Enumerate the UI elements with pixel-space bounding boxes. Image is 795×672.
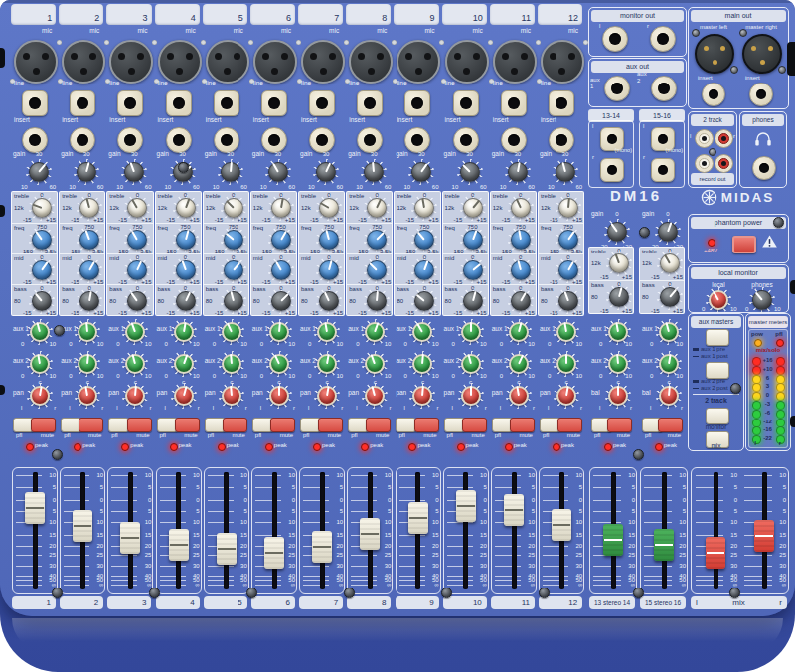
- pan-knob[interactable]: [362, 383, 388, 409]
- fader-label-box: 7: [299, 596, 343, 609]
- gain-knob[interactable]: [121, 159, 147, 185]
- peak-label: peak: [227, 442, 239, 448]
- fader-track[interactable]: [33, 472, 38, 589]
- gain-knob[interactable]: [505, 159, 531, 185]
- pan-knob[interactable]: [266, 383, 292, 409]
- pan-knob[interactable]: [554, 383, 579, 409]
- gain-knob[interactable]: [265, 159, 291, 185]
- gain-knob[interactable]: [408, 159, 434, 185]
- gain-knob[interactable]: [655, 219, 681, 245]
- fader-track[interactable]: [512, 472, 517, 589]
- mute-button[interactable]: [31, 418, 56, 432]
- pan-knob[interactable]: [314, 383, 340, 409]
- mute-button[interactable]: [510, 418, 535, 432]
- mute-button[interactable]: [366, 418, 391, 432]
- fader-handle[interactable]: [73, 510, 92, 542]
- knob-body: [511, 291, 531, 311]
- mute-button[interactable]: [175, 418, 200, 432]
- two-track-monitor-button[interactable]: [706, 408, 729, 424]
- fader-track[interactable]: [714, 472, 718, 589]
- treble-knob[interactable]: [657, 251, 683, 276]
- scale-top: 0: [173, 285, 199, 291]
- mute-button[interactable]: [557, 418, 582, 432]
- phones-level-knob[interactable]: [749, 287, 775, 313]
- aux2-pre-post-button[interactable]: [706, 362, 729, 379]
- mix-fader-handle-l[interactable]: [706, 537, 725, 569]
- gain-knob[interactable]: [361, 159, 387, 185]
- xlr-pin: [751, 46, 756, 51]
- phantom-power-button[interactable]: [732, 236, 756, 253]
- gain-knob[interactable]: [604, 219, 630, 245]
- fader-scale-label: 25: [426, 552, 439, 559]
- bal-knob[interactable]: [605, 383, 631, 409]
- fader-scale-label: ∞: [90, 582, 103, 588]
- fader-scale-label: 10: [622, 519, 635, 526]
- mute-button[interactable]: [270, 418, 295, 432]
- fader-handle[interactable]: [360, 518, 380, 550]
- scale-top: 750: [173, 224, 199, 230]
- local-level-knob[interactable]: [706, 287, 731, 313]
- fader-handle[interactable]: [169, 529, 189, 561]
- gain-section: gain301060: [58, 149, 105, 191]
- fader-scale-label: 15: [474, 532, 487, 539]
- gain-knob[interactable]: [26, 159, 52, 185]
- mute-button[interactable]: [658, 418, 683, 432]
- pan-knob[interactable]: [506, 383, 532, 409]
- mute-button[interactable]: [607, 418, 632, 432]
- scale-left: l: [213, 405, 214, 411]
- mute-button[interactable]: [414, 418, 439, 432]
- mute-button[interactable]: [462, 418, 487, 432]
- mix-fader-handle-r[interactable]: [754, 520, 774, 552]
- fader-track[interactable]: [224, 472, 229, 589]
- gain-knob[interactable]: [313, 159, 339, 185]
- pan-section: panclr: [249, 380, 297, 412]
- fader-handle[interactable]: [120, 522, 140, 554]
- fader-handle[interactable]: [408, 502, 428, 534]
- knob-body: [509, 386, 529, 406]
- pan-knob[interactable]: [219, 383, 244, 409]
- fader-handle[interactable]: [654, 529, 674, 561]
- gain-knob[interactable]: [218, 159, 243, 185]
- jack-hole: [29, 97, 41, 109]
- fader-track[interactable]: [272, 472, 277, 589]
- gain-knob[interactable]: [553, 159, 578, 185]
- fader-handle[interactable]: [603, 524, 623, 556]
- treble-knob[interactable]: [606, 251, 632, 276]
- bal-knob[interactable]: [656, 383, 682, 409]
- bass-knob[interactable]: [657, 284, 683, 310]
- pan-knob[interactable]: [458, 383, 484, 409]
- fader-handle[interactable]: [312, 531, 332, 563]
- fader-handle[interactable]: [264, 537, 284, 569]
- pan-knob[interactable]: [171, 383, 197, 409]
- fader-tick: [399, 500, 425, 501]
- jack-hole: [124, 134, 136, 146]
- fader-handle[interactable]: [456, 490, 476, 522]
- fader-handle[interactable]: [552, 509, 571, 541]
- fader-handle[interactable]: [217, 533, 237, 565]
- fader-scale-label: 10: [378, 472, 391, 479]
- gain-knob[interactable]: [74, 159, 99, 185]
- gain-label: gain: [348, 150, 360, 157]
- pan-knob[interactable]: [409, 383, 435, 409]
- bass-knob[interactable]: [606, 284, 632, 310]
- pan-knob[interactable]: [27, 383, 53, 409]
- gain-knob[interactable]: [457, 159, 483, 185]
- right-input-label: r: [643, 154, 645, 160]
- mute-button[interactable]: [223, 418, 247, 432]
- fader-handle[interactable]: [25, 492, 45, 524]
- mute-button[interactable]: [127, 418, 152, 432]
- mute-button[interactable]: [79, 418, 103, 432]
- meter-led-right: [776, 419, 785, 427]
- mute-label: mute: [233, 432, 245, 438]
- fader-tick: [644, 580, 672, 581]
- aux1-pre-post-button[interactable]: [706, 329, 729, 346]
- fader-tick: [744, 487, 772, 488]
- mute-button[interactable]: [318, 418, 343, 432]
- fader-scale-label: 10: [330, 519, 343, 526]
- fader-handle[interactable]: [504, 494, 524, 526]
- mic-label: mic: [234, 27, 243, 34]
- gain-section: gain301060: [393, 149, 440, 191]
- fader-scale-label: 5: [43, 484, 56, 491]
- pan-knob[interactable]: [75, 383, 100, 409]
- pan-knob[interactable]: [122, 383, 148, 409]
